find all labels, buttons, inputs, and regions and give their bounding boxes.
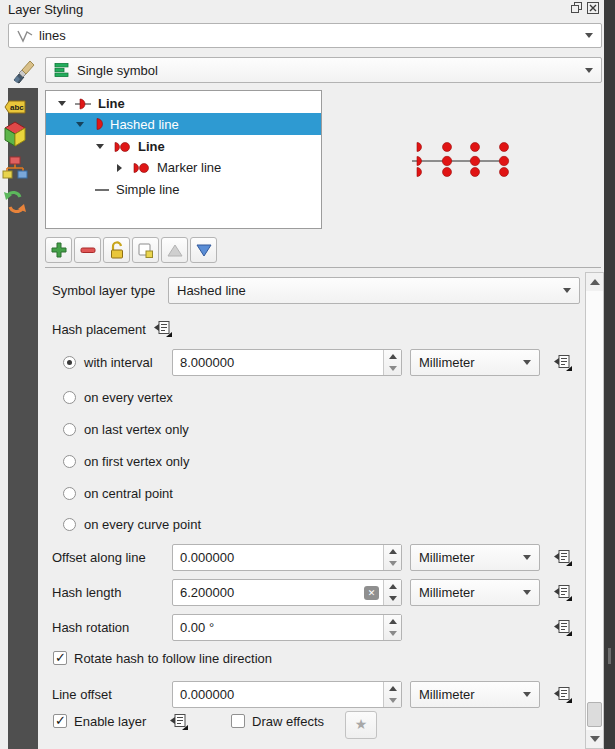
radio-on-every-curve-point[interactable] [63,518,76,531]
offset-along-line-input[interactable]: 0.000000 [172,544,402,571]
expand-arrow-icon[interactable] [76,122,84,127]
spin-down-button[interactable] [384,558,401,571]
tree-row-line-sub[interactable]: Line [46,136,321,157]
collapse-arrow-icon[interactable] [117,164,122,172]
move-up-button[interactable] [161,237,188,263]
line-offset-unit-combo[interactable]: Millimeter [410,681,540,708]
symbology-tab-icon[interactable] [10,58,36,87]
close-panel-button[interactable] [586,2,600,16]
customize-effects-button[interactable]: ★ [345,711,377,739]
hash-rotation-input[interactable]: 0.00 ° [172,614,402,641]
hash-rotation-value: 0.00 ° [173,620,383,635]
expand-arrow-icon[interactable] [96,144,104,149]
spin-up-button[interactable] [384,545,401,558]
form-scrollbar[interactable] [585,272,604,749]
symbol-preview [408,142,514,185]
spin-up-button[interactable] [384,580,401,593]
clear-value-icon[interactable]: ✕ [364,586,379,600]
expand-arrow-icon[interactable] [58,101,66,106]
tree-row-hashed-line[interactable]: Hashed line [46,113,321,135]
hash-length-label: Hash length [52,579,121,606]
enable-layer-checkbox[interactable] [53,714,67,728]
scroll-down-button[interactable] [586,730,603,748]
line-offset-value: 0.000000 [173,687,383,702]
radio-on-central-point[interactable] [63,487,76,500]
splitter-grip[interactable] [608,648,611,664]
tree-row-simple-line[interactable]: Simple line [46,179,321,200]
hash-length-data-defined-button[interactable] [550,582,576,604]
hash-length-unit-combo[interactable]: Millimeter [410,579,540,606]
star-icon: ★ [355,716,368,732]
scrollbar-thumb[interactable] [587,702,602,727]
interval-unit-combo[interactable]: Millimeter [410,349,540,376]
symbol-layer-type-combo[interactable]: Hashed line [168,277,580,304]
chevron-down-icon [523,360,531,365]
arrow-up-icon [166,243,184,258]
enable-layer-data-defined-button[interactable] [166,711,192,733]
rotate-hash-checkbox[interactable] [53,651,67,665]
lock-color-button[interactable] [103,237,130,263]
draw-effects-label: Draw effects [252,708,324,735]
offset-along-line-value: 0.000000 [173,550,383,565]
scroll-up-button[interactable] [586,273,603,291]
radio-with-interval[interactable] [63,356,76,369]
spin-down-button[interactable] [384,695,401,708]
data-defined-icon [553,549,573,567]
line-offset-input[interactable]: 0.000000 [172,681,402,708]
radio-on-every-vertex[interactable] [63,391,76,404]
symbol-layer-tree: Line Hashed line Line Marker line Simple… [45,90,322,229]
marker-line-symbol-icon [112,140,132,154]
chevron-down-icon [585,33,593,38]
draw-effects-checkbox[interactable] [231,714,245,728]
paintbrush-icon [10,58,36,84]
spin-up-button[interactable] [384,682,401,695]
sidebar-item-history[interactable] [0,186,30,218]
data-defined-icon [169,713,189,731]
hash-placement-data-defined-button[interactable] [150,318,176,340]
sidebar-item-diagrams[interactable] [0,152,30,184]
interval-value: 8.000000 [173,355,383,370]
layer-selector[interactable]: lines [8,23,602,48]
labels-icon: abc [3,96,27,118]
chevron-down-icon [563,288,571,293]
add-symbol-layer-button[interactable] [45,237,72,263]
renderer-selector[interactable]: Single symbol [45,57,602,83]
data-defined-icon [153,320,173,338]
remove-symbol-layer-button[interactable] [74,237,101,263]
float-panel-button[interactable] [570,2,584,16]
interval-data-defined-button[interactable] [550,352,576,374]
hash-rotation-label: Hash rotation [52,614,129,641]
spin-down-button[interactable] [384,628,401,641]
marker-line-symbol-icon [131,161,151,175]
radio-on-first-vertex-label: on first vertex only [84,448,190,475]
hash-length-input[interactable]: 6.200000 ✕ [172,579,402,606]
svg-text:abc: abc [10,103,24,112]
sidebar-item-3d-view[interactable] [0,118,30,150]
divider [45,267,601,268]
duplicate-icon [137,242,154,259]
move-down-button[interactable] [190,237,217,263]
enable-layer-label: Enable layer [74,708,146,735]
chevron-down-icon [523,692,531,697]
offset-along-line-unit-combo[interactable]: Millimeter [410,544,540,571]
data-defined-icon [553,354,573,372]
spin-up-button[interactable] [384,350,401,363]
duplicate-layer-button[interactable] [132,237,159,263]
radio-on-last-vertex[interactable] [63,423,76,436]
interval-input[interactable]: 8.000000 [172,349,402,376]
spin-down-button[interactable] [384,593,401,606]
single-symbol-icon [54,62,70,78]
hash-rotation-data-defined-button[interactable] [550,617,576,639]
radio-on-last-vertex-label: on last vertex only [84,416,189,443]
spin-down-button[interactable] [384,363,401,376]
tree-row-marker-line[interactable]: Marker line [46,157,321,178]
hash-length-unit-value: Millimeter [419,585,475,600]
line-offset-data-defined-button[interactable] [550,684,576,706]
radio-on-first-vertex[interactable] [63,455,76,468]
offset-along-line-data-defined-button[interactable] [550,547,576,569]
radio-on-central-point-label: on central point [84,480,173,507]
layer-selector-value: lines [39,28,66,43]
line-offset-label: Line offset [52,681,112,708]
tree-row-line-root[interactable]: Line [46,93,321,114]
spin-up-button[interactable] [384,615,401,628]
